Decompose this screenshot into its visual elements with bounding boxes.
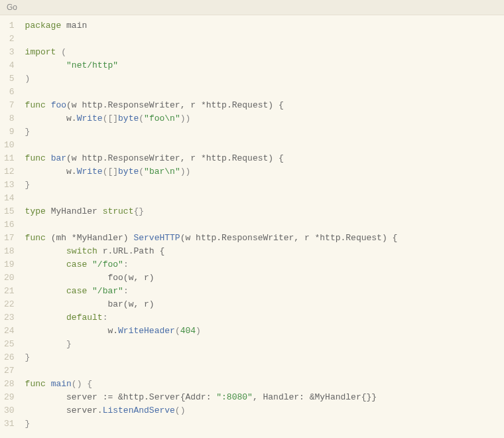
token-pn: }	[25, 352, 31, 362]
code-container: 1234567891011121314151617181920212223242…	[0, 15, 504, 435]
token-plain: (w http.ResponseWriter, r *http.Request)…	[66, 100, 284, 110]
token-plain: w.	[25, 113, 77, 123]
token-plain: w.	[25, 167, 77, 177]
line-number: 5	[4, 72, 15, 86]
line-number: 26	[4, 351, 15, 364]
code-line: )	[25, 72, 398, 86]
token-numc: 404	[180, 326, 196, 336]
token-plain: main	[66, 21, 87, 31]
line-number: 2	[4, 33, 15, 46]
line-number: 22	[4, 298, 15, 311]
token-str: "bar\n"	[144, 167, 180, 177]
token-plain: , Handler: &MyHandler{}}	[253, 392, 377, 402]
code-line	[25, 139, 398, 152]
token-kw: func	[25, 233, 46, 243]
token-pn	[87, 259, 92, 269]
token-plain: r.URL.Path {	[97, 246, 164, 256]
token-pn: ([]	[103, 167, 118, 177]
code-line: func foo(w http.ResponseWriter, r *http.…	[25, 99, 398, 112]
token-id: WriteHeader	[118, 326, 175, 336]
token-plain: server.	[25, 405, 103, 415]
line-number: 14	[4, 192, 15, 205]
token-kw: type	[25, 206, 46, 216]
token-plain: (w http.ResponseWriter, r *http.Request)…	[180, 233, 398, 243]
line-number: 17	[4, 232, 15, 245]
token-pn	[87, 286, 92, 296]
code-line	[25, 218, 398, 232]
code-line: foo(w, r)	[25, 271, 398, 285]
token-pn: )	[25, 74, 31, 84]
code-line: func bar(w http.ResponseWriter, r *http.…	[25, 152, 398, 165]
code-line: case "/bar":	[25, 285, 398, 298]
token-plain: bar(w, r)	[25, 299, 155, 309]
token-id: ListenAndServe	[103, 405, 175, 415]
code-line: bar(w, r)	[25, 298, 398, 311]
token-pn	[25, 286, 66, 296]
token-pn	[61, 21, 66, 31]
code-line	[25, 364, 398, 378]
token-str: ":8080"	[216, 392, 253, 402]
token-pn: }	[25, 180, 31, 190]
code-line: server.ListenAndServe()	[25, 404, 398, 417]
line-number: 12	[4, 165, 15, 179]
token-pn: ))	[180, 167, 191, 177]
token-plain: foo(w, r)	[25, 273, 155, 283]
line-number: 23	[4, 311, 15, 325]
token-pn: :	[123, 286, 129, 296]
code-line: }	[25, 338, 398, 351]
code-line: default:	[25, 311, 398, 325]
code-line: }	[25, 179, 398, 192]
line-number: 16	[4, 218, 15, 232]
line-number: 20	[4, 271, 15, 285]
token-pn: }	[25, 339, 72, 349]
line-number: 18	[4, 245, 15, 258]
token-pn: :	[123, 259, 129, 269]
token-id: bar	[51, 153, 66, 163]
line-number: 30	[4, 404, 15, 417]
token-kw: import	[25, 47, 56, 57]
code-line: case "/foo":	[25, 258, 398, 271]
code-line: }	[25, 417, 398, 431]
token-pn	[46, 153, 51, 163]
token-str: "/foo"	[92, 259, 123, 269]
token-pn	[25, 313, 66, 323]
token-pn: (	[139, 113, 144, 123]
token-pn	[25, 246, 66, 256]
code-line: }	[25, 351, 398, 364]
token-pn: (	[175, 326, 180, 336]
code-line: type MyHandler struct{}	[25, 205, 398, 218]
token-kw: package	[25, 21, 62, 31]
line-number-gutter: 1234567891011121314151617181920212223242…	[0, 15, 20, 435]
token-id: main	[51, 379, 72, 389]
token-str: "/bar"	[92, 286, 123, 296]
line-number: 31	[4, 417, 15, 431]
token-pn: :	[103, 313, 108, 323]
token-pn: (	[56, 47, 66, 57]
token-plain: w.	[25, 326, 118, 336]
language-header: Go	[0, 0, 504, 15]
code-block[interactable]: package main import ( "net/http") func f…	[20, 15, 398, 435]
token-id: byte	[118, 167, 139, 177]
code-line: w.WriteHeader(404)	[25, 325, 398, 338]
line-number: 10	[4, 139, 15, 152]
token-plain: (w http.ResponseWriter, r *http.Request)…	[66, 153, 284, 163]
code-line	[25, 86, 398, 99]
line-number: 4	[4, 59, 15, 72]
code-line: }	[25, 125, 398, 139]
token-kw: func	[25, 100, 46, 110]
token-pn	[46, 100, 51, 110]
token-pn: (	[139, 167, 144, 177]
token-pn: )	[196, 326, 201, 336]
token-kw: func	[25, 153, 46, 163]
token-plain: server := &http.Server{Addr:	[25, 392, 217, 402]
line-number: 19	[4, 258, 15, 271]
code-line: func main() {	[25, 378, 398, 391]
token-pn: ()	[175, 405, 186, 415]
code-line	[25, 33, 398, 46]
token-id: Write	[77, 113, 103, 123]
token-plain: (mh *MyHandler)	[46, 233, 134, 243]
token-kw: case	[66, 286, 87, 296]
token-str: "net/http"	[66, 60, 118, 70]
token-kw: func	[25, 379, 46, 389]
token-pn: {}	[133, 206, 144, 216]
